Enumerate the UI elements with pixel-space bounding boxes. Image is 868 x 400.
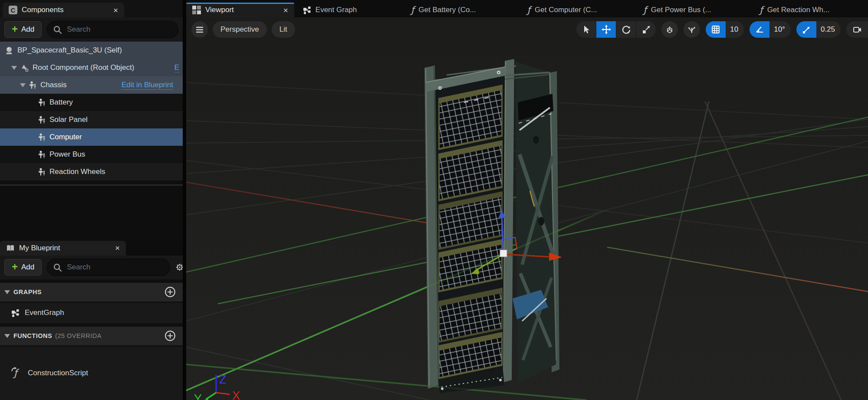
tree-row-power-bus[interactable]: Power Bus (0, 146, 183, 163)
add-blueprint-item-button[interactable]: + Add (4, 259, 42, 275)
plus-icon: + (12, 24, 18, 34)
my-blueprint-toolbar: + Add (0, 256, 183, 279)
grid-snap-value[interactable]: 10 (726, 21, 744, 38)
graphs-section-header[interactable]: GRAPHS (0, 283, 183, 302)
my-blueprint-search[interactable] (47, 259, 170, 276)
rotate-tool-button[interactable] (616, 21, 636, 38)
world-local-cube-icon (665, 26, 674, 34)
gizmo-center-handle[interactable] (500, 250, 507, 257)
tree-row-computer-selected[interactable]: Computer (0, 128, 183, 146)
cubesat-spacecraft[interactable] (424, 59, 559, 393)
tree-row-label: Reaction Wheels (49, 167, 105, 176)
tab-label: Get Power Bus (... (651, 6, 711, 14)
add-component-button[interactable]: + Add (4, 21, 42, 38)
event-graph-row[interactable]: EventGraph (0, 303, 183, 323)
function-icon: ƒ (643, 5, 646, 15)
components-toolbar: + Add (0, 17, 183, 42)
scale-snap-toggle[interactable] (796, 21, 816, 38)
blueprint-book-icon (6, 244, 15, 252)
camera-mode-dropdown[interactable]: Perspective (213, 21, 267, 38)
rotate-icon (621, 25, 631, 34)
camera-icon (853, 25, 862, 34)
viewport-options-button[interactable] (191, 21, 208, 38)
rotation-snap-toggle[interactable] (750, 21, 769, 38)
viewport-scene[interactable]: Z X Y (186, 17, 868, 400)
view-mode-dropdown[interactable]: Lit (272, 21, 295, 38)
actor-component-icon (38, 116, 45, 124)
expand-caret-icon[interactable] (11, 66, 17, 70)
actor-component-icon (38, 168, 45, 176)
tab-my-blueprint[interactable]: My Blueprint × (0, 241, 126, 256)
tab-get-power-bus[interactable]: ƒ Get Power Bus (... (637, 3, 752, 17)
scale-snap-value[interactable]: 0.25 (816, 21, 841, 38)
axis-x-label: X (232, 389, 240, 400)
actor-component-icon (38, 151, 45, 159)
axis-y-label: Y (194, 392, 202, 400)
cursor-icon (582, 25, 591, 34)
scale-snap-icon (802, 26, 811, 33)
tree-row-battery[interactable]: Battery (0, 94, 183, 111)
plus-icon: + (12, 262, 18, 272)
list-item-label: ConstructionScript (28, 369, 88, 377)
collapse-caret-icon[interactable] (4, 290, 10, 294)
tab-label: Viewport (205, 6, 234, 14)
search-icon (53, 26, 62, 34)
add-function-icon[interactable] (164, 330, 176, 341)
hamburger-menu-icon (195, 25, 204, 34)
function-icon: ƒ (411, 5, 414, 15)
grid-snap-control: 10 (706, 21, 744, 38)
edit-in-blueprint-link[interactable]: Edit in Blueprint (122, 81, 173, 90)
tab-get-computer[interactable]: ƒ Get Computer (C... (521, 3, 636, 17)
add-graph-icon[interactable] (164, 286, 176, 298)
close-icon[interactable]: × (109, 244, 120, 252)
add-button-label: Add (21, 25, 34, 34)
grid-snap-icon (711, 25, 720, 34)
3d-viewport[interactable]: Z X Y Perspective Lit (186, 17, 868, 400)
surface-snapping-button[interactable] (684, 21, 700, 38)
rotation-snap-value[interactable]: 10° (769, 21, 791, 38)
section-title: FUNCTIONS (13, 332, 52, 339)
panel-divider[interactable] (183, 17, 186, 400)
scale-snap-control: 0.25 (796, 21, 841, 38)
expand-caret-icon[interactable] (20, 83, 26, 87)
select-tool-button[interactable] (576, 21, 596, 38)
actor-component-icon (38, 98, 45, 107)
tab-get-battery[interactable]: ƒ Get Battery (Co... (405, 3, 519, 17)
grid-snap-toggle[interactable] (706, 21, 726, 38)
viewport-grid-icon (192, 6, 201, 14)
tree-row-self[interactable]: BP_Spacecraft_Basic_3U (Self) (0, 42, 183, 59)
tab-viewport[interactable]: Viewport × (186, 3, 294, 17)
move-tool-button[interactable] (596, 21, 616, 38)
collapse-caret-icon[interactable] (4, 334, 10, 338)
components-search[interactable] (47, 21, 178, 38)
tab-label: Event Graph (316, 6, 357, 14)
tree-row-solar-panel[interactable]: Solar Panel (0, 111, 183, 128)
left-tab-zone: C Components × (0, 0, 183, 17)
tab-label: Components (22, 6, 63, 14)
coordinate-space-button[interactable] (661, 21, 678, 38)
node-graph-icon (303, 6, 311, 14)
scale-tool-button[interactable] (636, 21, 656, 38)
tree-row-reaction-wheels[interactable]: Reaction Wheels (0, 163, 183, 180)
camera-speed-button[interactable] (846, 21, 868, 38)
functions-section-header[interactable]: FUNCTIONS (25 OVERRIDA (0, 327, 183, 345)
construction-script-row[interactable]: ƒ ConstructionScript (0, 347, 183, 400)
components-icon: C (9, 6, 17, 14)
section-title: GRAPHS (13, 289, 42, 295)
transform-tool-group (576, 21, 656, 38)
tab-label: My Blueprint (19, 244, 60, 252)
components-search-input[interactable] (66, 25, 172, 34)
document-tab-zone: Viewport × Event Graph ƒ Get Battery (Co… (186, 0, 868, 17)
close-icon[interactable]: × (277, 6, 288, 14)
components-tree: BP_Spacecraft_Basic_3U (Self) Root Compo… (0, 42, 183, 185)
scale-icon (642, 25, 651, 34)
my-blueprint-search-input[interactable] (66, 262, 164, 272)
tab-event-graph[interactable]: Event Graph (297, 3, 403, 17)
tab-components[interactable]: C Components × (3, 3, 124, 17)
close-icon[interactable]: × (107, 6, 118, 14)
tab-get-reaction-wheels[interactable]: ƒ Get Reaction Wh... (753, 3, 868, 17)
construction-script-icon: ƒ (11, 367, 23, 379)
tree-row-chassis[interactable]: Chassis Edit in Blueprint (0, 76, 183, 94)
tree-row-root-component[interactable]: Root Component (Root Object) E (0, 59, 183, 76)
edit-link-truncated[interactable]: E (174, 63, 179, 72)
